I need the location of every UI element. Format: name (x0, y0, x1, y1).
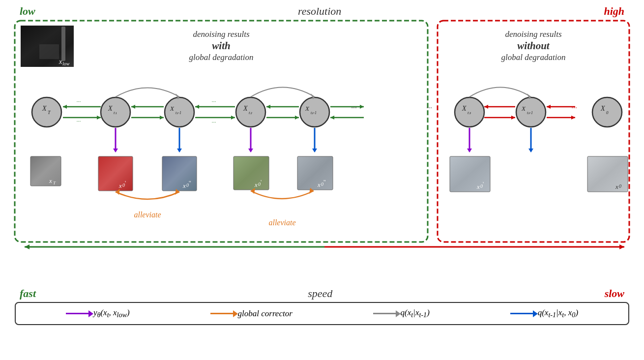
gray-legend-label: q(xt|xt-1) (401, 308, 430, 319)
x0prime2-tick: ' (261, 179, 262, 185)
green-arrowhead-left1 (63, 105, 67, 109)
x0dprime2-tick: '' (323, 179, 325, 185)
x0final-sub: 0 (619, 183, 621, 189)
legend-purple: yθ(xt, xlow) (66, 308, 130, 319)
alleviate-arrow2 (251, 191, 314, 199)
speed-row: fast speed slow (10, 287, 634, 300)
node-Xt3m1-sub: t₃-1 (527, 111, 533, 115)
legend-container: yθ(xt, xlow) global corrector q(xt|x (15, 302, 629, 325)
node-Xt1-sub: t₁ (114, 110, 117, 115)
dots-transition: ··· (426, 103, 432, 111)
blue-arrowhead-Xt1m1 (177, 149, 182, 152)
red-arrowhead-left1 (484, 105, 488, 109)
blue-legend-arrow (510, 313, 534, 314)
x0prime-image (98, 156, 133, 191)
purple-arrow-line (66, 313, 89, 314)
purple-legend-label: yθ(xt, xlow) (93, 308, 130, 319)
x0prime-tick: ' (125, 180, 126, 186)
alleviate-label2: alleviate (268, 218, 295, 227)
node-X0-sub: 0 (606, 110, 609, 115)
gray-legend-arrow (373, 313, 397, 314)
speed-red-arrowhead (619, 244, 624, 249)
x0dprime-image (162, 156, 197, 191)
green-arrowhead-dots-left (195, 105, 199, 109)
node-X0-label: X (600, 105, 605, 112)
xt-label: x (49, 177, 52, 184)
x0prime-label: x (118, 182, 122, 189)
node-XT (32, 97, 61, 127)
xlow-object (39, 44, 59, 59)
xlow-pipe (61, 27, 65, 61)
node-Xt1m1-sub: t₁-1 (176, 111, 181, 115)
orange-arrow-line (210, 313, 234, 314)
node-Xt2-sub: t₂ (249, 110, 252, 115)
green-arrowhead-right-end-bot (330, 116, 334, 120)
resolution-high: high (604, 5, 624, 18)
orange-legend-label: global corrector (238, 309, 293, 319)
x0final-image (587, 156, 628, 192)
gray-arrow-line (373, 313, 397, 314)
green-arrowhead-Xt1m1-left (131, 105, 135, 109)
curved-arc-Xt1 (116, 88, 179, 97)
x0dprime2-image (297, 156, 333, 190)
legend-gray: q(xt|xt-1) (373, 308, 430, 319)
speed-green-arrowhead (25, 244, 29, 249)
node-Xt1m1-label: X (170, 105, 175, 112)
x0prime2-label: x (254, 181, 258, 188)
x0prime3-tick: ' (483, 180, 484, 187)
speed-slow: slow (605, 287, 624, 300)
purple-legend-arrow (66, 313, 89, 314)
green-arrowhead-Xt2m1-right (295, 116, 299, 120)
curved-arc-Xt2 (251, 88, 315, 97)
orange-legend-arrow (210, 313, 234, 314)
purple-arrowhead (88, 310, 93, 317)
green-arrowhead-right-end-top (360, 105, 364, 109)
gray-arrowhead (396, 310, 401, 317)
left-title-line1: denoising results (193, 30, 249, 39)
blue-arrowhead-Xt3m1 (528, 149, 533, 152)
left-title-line2: global degradation (189, 53, 254, 62)
blue-legend-label: q(xt-1|xt, x0) (538, 308, 578, 319)
curved-arc-Xt3 (469, 88, 531, 97)
x0prime3-image (450, 156, 490, 192)
bottom-legend: yθ(xt, xlow) global corrector q(xt|x (10, 302, 634, 325)
legend-blue: q(xt-1|xt, x0) (510, 308, 578, 319)
node-Xt3-label: X (462, 105, 467, 112)
right-title-line2: global degradation (501, 53, 566, 62)
node-Xt2m1-label: X (305, 105, 310, 112)
node-Xt2m1-sub: t₂-1 (311, 111, 317, 115)
left-title-bold: with (212, 40, 230, 52)
green-arrowhead-Xt1m1-right (160, 116, 164, 120)
dots-mid2: ··· (211, 119, 216, 125)
dots-right1: ··· (76, 118, 81, 124)
x0prime3-label: x (476, 183, 480, 190)
node-XT-label: X (42, 105, 47, 112)
right-title-line1: denoising results (505, 30, 561, 39)
red-arrowhead-X0-bot (571, 116, 575, 120)
xlow-sublabel: low (62, 61, 70, 66)
x0dprime2-label: x (317, 181, 321, 188)
speed-center: speed (308, 287, 332, 300)
node-Xt3-sub: t₃ (468, 110, 471, 115)
blue-arrowhead-Xt2m1 (312, 149, 317, 152)
green-arrowhead-dots-right (231, 116, 235, 120)
green-arrowhead-right1 (97, 116, 101, 120)
blue-arrowhead (533, 310, 538, 317)
dots-mid1: ··· (211, 98, 216, 104)
legend-orange: global corrector (210, 309, 293, 319)
node-Xt2-label: X (243, 105, 248, 112)
purple-arrowhead-Xt1 (113, 149, 118, 152)
xt-noise-image (30, 156, 61, 186)
main-diagram-svg: x low denoising results with global degr… (10, 20, 634, 285)
red-arrowhead-Xt3m1-top (547, 105, 551, 109)
diagram-wrapper: x low denoising results with global degr… (10, 20, 634, 285)
speed-fast: fast (20, 287, 36, 300)
x0final-label: x (615, 183, 618, 190)
x0dprime-label: x (182, 182, 186, 189)
right-title-bold: without (517, 40, 550, 52)
node-Xt3m1-label: X (521, 105, 526, 112)
node-Xt1-label: X (108, 105, 113, 112)
resolution-low: low (20, 5, 35, 18)
red-arrowhead-right1 (511, 116, 515, 120)
x0prime2-image (234, 156, 269, 190)
